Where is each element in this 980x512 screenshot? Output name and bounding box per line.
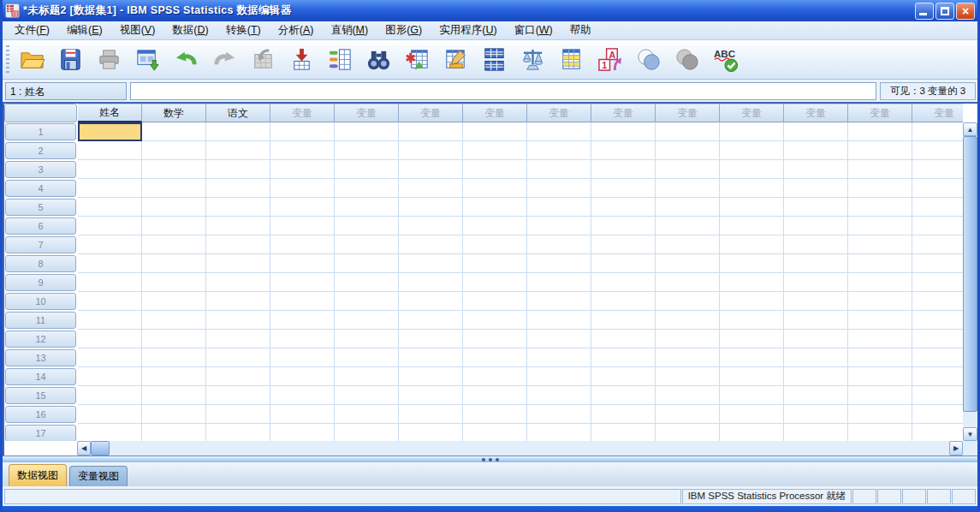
data-cell[interactable] (591, 424, 656, 441)
data-cell[interactable] (270, 235, 335, 254)
data-cell[interactable] (142, 424, 206, 441)
data-cell[interactable] (656, 179, 720, 198)
goto-variable-button[interactable] (284, 43, 318, 77)
menu-item-edit[interactable]: 编辑(E) (58, 21, 111, 39)
data-cell[interactable] (335, 386, 399, 405)
data-cell[interactable] (656, 367, 720, 386)
data-cell[interactable] (848, 160, 912, 179)
data-cell[interactable] (912, 179, 963, 198)
data-cell[interactable] (591, 217, 656, 235)
data-cell[interactable] (912, 330, 963, 348)
row-header-6[interactable]: 6 (5, 217, 76, 235)
data-cell[interactable] (463, 405, 527, 424)
data-cell[interactable] (399, 179, 463, 198)
find-button[interactable] (361, 43, 395, 77)
data-cell[interactable] (848, 424, 912, 441)
data-cell[interactable] (656, 160, 720, 179)
data-cell[interactable] (912, 141, 963, 160)
data-cell[interactable] (591, 311, 656, 330)
select-cases-button[interactable] (554, 43, 588, 77)
data-cell[interactable] (591, 273, 656, 292)
data-cell[interactable] (591, 198, 656, 217)
data-cell[interactable] (591, 179, 656, 198)
data-cell[interactable] (206, 292, 270, 311)
data-cell[interactable] (399, 348, 463, 367)
data-cell[interactable] (848, 348, 912, 367)
data-cell[interactable] (720, 179, 784, 198)
data-cell[interactable] (78, 141, 142, 160)
data-cell[interactable] (720, 141, 784, 160)
data-cell[interactable] (720, 122, 784, 141)
data-cell[interactable] (335, 254, 399, 273)
row-header-9[interactable]: 9 (5, 274, 76, 291)
data-cell[interactable] (463, 311, 527, 330)
data-cell[interactable] (912, 235, 963, 254)
data-cell[interactable] (78, 424, 142, 441)
data-cell[interactable] (784, 330, 848, 348)
data-cell[interactable] (78, 273, 142, 292)
data-cell[interactable] (720, 198, 784, 217)
data-cell[interactable] (399, 217, 463, 235)
data-cell[interactable] (784, 141, 848, 160)
data-cell[interactable] (399, 405, 463, 424)
menu-item-data[interactable]: 数据(D) (163, 21, 217, 39)
data-cell[interactable] (335, 273, 399, 292)
data-cell[interactable] (527, 217, 591, 235)
data-cell[interactable] (591, 292, 656, 311)
minimize-button[interactable] (915, 3, 934, 20)
data-cell[interactable] (591, 235, 656, 254)
data-cell[interactable] (206, 405, 270, 424)
data-cell[interactable] (527, 254, 591, 273)
data-cell[interactable] (335, 235, 399, 254)
data-cell[interactable] (463, 217, 527, 235)
data-cell[interactable] (335, 405, 399, 424)
data-cell[interactable] (206, 198, 270, 217)
data-cell[interactable] (142, 330, 206, 348)
data-cell[interactable] (848, 367, 912, 386)
data-cell[interactable] (142, 367, 206, 386)
data-cell[interactable] (463, 330, 527, 348)
data-cell[interactable] (656, 405, 720, 424)
column-header-var4[interactable]: 变量 (270, 104, 335, 122)
data-cell[interactable] (270, 424, 335, 441)
data-cell[interactable] (591, 122, 656, 141)
data-cell[interactable] (463, 386, 527, 405)
undo-button[interactable] (169, 43, 203, 77)
data-cell[interactable] (912, 198, 963, 217)
data-cell[interactable] (784, 198, 848, 217)
data-cell[interactable] (527, 405, 591, 424)
data-cell[interactable] (206, 273, 270, 292)
data-cell[interactable] (591, 254, 656, 273)
scroll-up-button[interactable]: ▲ (963, 122, 977, 136)
data-cell[interactable] (399, 235, 463, 254)
menu-item-transform[interactable]: 转换(T) (217, 21, 270, 39)
data-cell[interactable] (399, 254, 463, 273)
data-cell[interactable] (656, 273, 720, 292)
data-cell[interactable] (720, 235, 784, 254)
data-cell[interactable] (142, 179, 206, 198)
data-cell[interactable] (270, 141, 335, 160)
menu-item-help[interactable]: 帮助 (561, 21, 600, 39)
data-cell[interactable] (848, 292, 912, 311)
data-cell[interactable] (270, 273, 335, 292)
cell-editor-input[interactable] (130, 82, 876, 100)
data-cell[interactable] (142, 141, 206, 160)
data-cell[interactable] (335, 217, 399, 235)
data-cell[interactable] (270, 217, 335, 235)
data-cell[interactable] (784, 367, 848, 386)
data-cell[interactable] (142, 405, 206, 424)
data-cell[interactable] (720, 330, 784, 348)
column-header-var14[interactable]: 变量 (912, 104, 963, 122)
data-cell[interactable] (78, 198, 142, 217)
data-cell[interactable] (656, 235, 720, 254)
data-cell[interactable] (720, 311, 784, 330)
data-cell[interactable] (463, 273, 527, 292)
data-cell[interactable] (848, 217, 912, 235)
data-cell[interactable] (142, 254, 206, 273)
use-variable-sets-button[interactable] (631, 43, 665, 77)
data-cell[interactable] (784, 217, 848, 235)
data-cell[interactable] (463, 122, 527, 141)
data-cell[interactable] (463, 348, 527, 367)
data-cell[interactable] (527, 160, 591, 179)
data-cell[interactable] (912, 292, 963, 311)
